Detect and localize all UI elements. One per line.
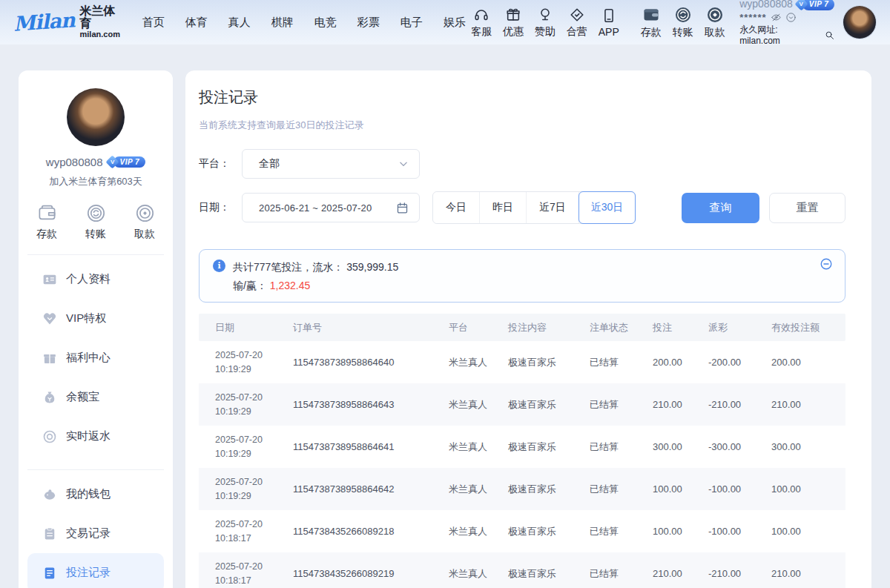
masked-balance-text: ****** bbox=[739, 12, 766, 24]
sidebar-item-bet-records[interactable]: 投注记录 bbox=[27, 553, 164, 588]
sidebar-quick-actions: 存款 转账 取款 bbox=[19, 203, 173, 241]
partner-button[interactable]: 合营 bbox=[561, 7, 593, 39]
deposit-icon bbox=[642, 6, 660, 24]
logo-cn-text: 米兰体育 bbox=[80, 5, 123, 30]
vip-heart-icon bbox=[42, 311, 57, 326]
quick-deposit-button[interactable]: 存款 bbox=[36, 203, 57, 241]
shortcut-7days-button[interactable]: 近7日 bbox=[527, 192, 579, 223]
sidebar-menu-primary: 个人资料 VIP特权 福利中心 余额宝 实时返水 bbox=[19, 260, 173, 456]
sidebar-username: wyp080808 bbox=[46, 156, 103, 168]
sponsor-button[interactable]: 赞助 bbox=[530, 7, 561, 39]
summary-line2: 输/赢： 1,232.45 bbox=[233, 277, 398, 295]
vip-level-text: VIP 7 bbox=[802, 0, 835, 10]
gift-icon bbox=[505, 7, 521, 23]
sidebar-item-transactions[interactable]: 交易记录 bbox=[19, 514, 173, 553]
id-card-icon bbox=[42, 272, 57, 287]
join-days-text: 加入米兰体育第603天 bbox=[19, 175, 173, 188]
turnover-value: 359,999.15 bbox=[346, 261, 398, 273]
platform-select[interactable]: 全部 bbox=[242, 149, 420, 179]
sidebar-divider bbox=[27, 469, 164, 470]
nav-item-slots[interactable]: 电子 bbox=[400, 16, 423, 30]
withdraw-circle-icon bbox=[135, 203, 155, 223]
sidebar-item-vip[interactable]: VIP特权 bbox=[19, 299, 173, 338]
sidebar-vip-badge[interactable]: V VIP 7 bbox=[108, 156, 146, 168]
status-badge: 已结算 bbox=[590, 356, 653, 369]
platform-label: 平台： bbox=[199, 157, 242, 171]
table-row: 2025-07-2010:19:29 1154738738958864641 米… bbox=[199, 426, 846, 468]
sidebar-item-my-wallet[interactable]: 我的钱包 bbox=[19, 475, 173, 514]
moneybag-icon bbox=[42, 390, 57, 405]
col-bet: 投注 bbox=[653, 321, 708, 334]
sidebar-item-yuebao[interactable]: 余额宝 bbox=[19, 377, 173, 417]
col-date: 日期 bbox=[215, 321, 293, 334]
sponsor-label: 赞助 bbox=[535, 25, 556, 39]
main-nav: 首页 体育 真人 棋牌 电竞 彩票 电子 娱乐 bbox=[142, 16, 466, 30]
date-shortcut-group: 今日 昨日 近7日 近30日 bbox=[432, 191, 636, 224]
magnifier-icon[interactable] bbox=[824, 30, 835, 41]
phone-icon bbox=[601, 7, 617, 24]
refresh-circle-icon[interactable] bbox=[785, 12, 797, 23]
quick-withdraw-button[interactable]: 取款 bbox=[134, 203, 155, 241]
shortcut-yesterday-button[interactable]: 昨日 bbox=[480, 192, 527, 223]
shortcut-today-button[interactable]: 今日 bbox=[433, 192, 480, 223]
sidebar-item-welfare[interactable]: 福利中心 bbox=[19, 338, 173, 377]
transaction-icon bbox=[42, 526, 57, 541]
quick-transfer-button[interactable]: 转账 bbox=[85, 203, 106, 241]
info-icon: i bbox=[213, 260, 225, 272]
collapse-icon[interactable] bbox=[820, 257, 833, 271]
col-platform: 平台 bbox=[449, 321, 508, 334]
promo-button[interactable]: 优惠 bbox=[498, 7, 530, 39]
date-label: 日期： bbox=[199, 201, 242, 214]
wallet-icon bbox=[37, 203, 57, 223]
shortcut-30days-button[interactable]: 近30日 bbox=[578, 191, 636, 224]
nav-item-sports[interactable]: 体育 bbox=[185, 16, 208, 30]
sidebar-item-profile[interactable]: 个人资料 bbox=[19, 260, 173, 299]
sidebar-item-rebate[interactable]: 实时返水 bbox=[19, 417, 173, 456]
sidebar-item-label: 福利中心 bbox=[66, 351, 111, 365]
transfer-button[interactable]: 转账 bbox=[667, 6, 699, 39]
table-row: 2025-07-2010:18:17 1154738435266089218 米… bbox=[199, 510, 846, 552]
eye-slash-icon[interactable] bbox=[771, 12, 782, 23]
promo-label: 优惠 bbox=[503, 25, 524, 39]
nav-item-cards[interactable]: 棋牌 bbox=[271, 16, 294, 30]
deposit-label: 存款 bbox=[641, 26, 662, 39]
user-info-block: wyp080808 V VIP 7 ****** 永久网址: milan.com bbox=[739, 0, 835, 47]
col-valid: 有效投注额 bbox=[771, 321, 846, 334]
partner-label: 合营 bbox=[567, 25, 587, 39]
deposit-button[interactable]: 存款 bbox=[635, 6, 667, 39]
sidebar-avatar[interactable] bbox=[67, 88, 125, 146]
site-logo[interactable]: Milan 米兰体育 milan.com bbox=[13, 5, 123, 39]
date-range-picker[interactable]: 2025-06-21 ~ 2025-07-20 bbox=[242, 193, 420, 222]
quick-transfer-label: 转账 bbox=[85, 228, 106, 241]
logo-domain-text: milan.com bbox=[80, 30, 123, 39]
withdraw-icon bbox=[706, 6, 724, 24]
withdraw-label: 取款 bbox=[705, 26, 725, 39]
query-button[interactable]: 查询 bbox=[682, 193, 759, 223]
nav-item-home[interactable]: 首页 bbox=[142, 16, 165, 30]
withdraw-button[interactable]: 取款 bbox=[699, 6, 731, 39]
table-row: 2025-07-2010:19:29 1154738738958864642 米… bbox=[199, 468, 846, 510]
service-label: 客服 bbox=[471, 25, 492, 39]
vip-badge[interactable]: V VIP 7 bbox=[797, 0, 835, 10]
nav-item-lottery[interactable]: 彩票 bbox=[357, 16, 380, 30]
sidebar-divider bbox=[27, 254, 164, 255]
page-title: 投注记录 bbox=[199, 87, 846, 108]
nav-item-live[interactable]: 真人 bbox=[228, 16, 251, 30]
app-button[interactable]: APP bbox=[593, 7, 624, 38]
page-subtitle: 当前系统支持查询最近30日的投注记录 bbox=[199, 119, 846, 132]
sidebar-item-label: 交易记录 bbox=[66, 526, 111, 541]
col-status: 注单状态 bbox=[590, 321, 653, 334]
logo-script-text: Milan bbox=[13, 9, 75, 36]
transfer-icon bbox=[674, 6, 692, 24]
table-row: 2025-07-2010:18:17 1154738435266089219 米… bbox=[199, 552, 846, 588]
bet-records-table: 日期 订单号 平台 投注内容 注单状态 投注 派彩 有效投注额 2025-07-… bbox=[199, 314, 846, 588]
quick-deposit-label: 存款 bbox=[36, 228, 57, 241]
nav-item-esports[interactable]: 电竞 bbox=[314, 16, 337, 30]
service-button[interactable]: 客服 bbox=[466, 7, 498, 39]
user-avatar[interactable] bbox=[843, 5, 877, 39]
nav-item-entertainment[interactable]: 娱乐 bbox=[444, 16, 466, 30]
reset-button[interactable]: 重置 bbox=[769, 193, 846, 223]
status-badge: 已结算 bbox=[590, 398, 653, 412]
transfer-circle-icon bbox=[86, 203, 106, 223]
table-row: 2025-07-2010:19:29 1154738738958864640 米… bbox=[199, 341, 846, 383]
